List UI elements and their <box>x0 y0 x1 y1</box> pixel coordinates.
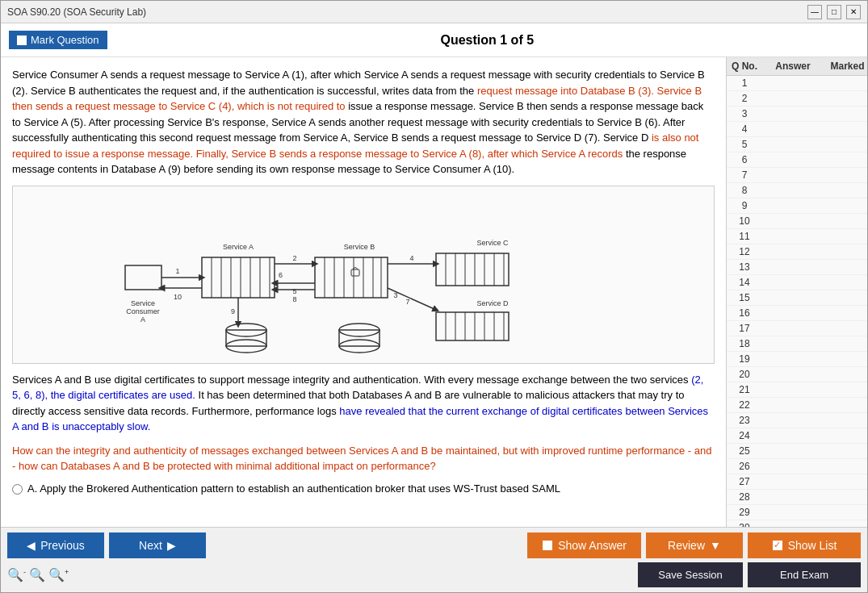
sidebar-row[interactable]: 17 <box>727 321 867 336</box>
svg-text:Service: Service <box>131 299 155 307</box>
svg-text:7: 7 <box>405 298 409 306</box>
sidebar-row[interactable]: 21 <box>727 382 867 398</box>
mark-question-label: Mark Question <box>31 34 99 46</box>
svg-rect-21 <box>315 257 388 298</box>
review-button[interactable]: Review ▼ <box>646 532 743 558</box>
svg-rect-64 <box>339 330 379 346</box>
sidebar-row[interactable]: 29 <box>727 505 867 520</box>
toolbar: Mark Question Question 1 of 5 <box>1 23 867 57</box>
content-area: Service Consumer A sends a request messa… <box>1 57 726 527</box>
sidebar-row[interactable]: 4 <box>727 122 867 137</box>
next-button[interactable]: Next ▶ <box>109 532 206 558</box>
sidebar-row[interactable]: 1 <box>727 76 867 91</box>
sidebar-row[interactable]: 5 <box>727 137 867 152</box>
main-area: Service Consumer A sends a request messa… <box>1 57 867 527</box>
bottom-row-actions: 🔍- 🔍 🔍+ Save Session End Exam <box>7 562 861 587</box>
svg-rect-0 <box>125 265 161 290</box>
svg-text:1: 1 <box>175 267 179 275</box>
review-label: Review <box>668 539 705 552</box>
sidebar-row[interactable]: 28 <box>727 490 867 505</box>
sidebar-row[interactable]: 6 <box>727 152 867 168</box>
zoom-in-button[interactable]: 🔍+ <box>48 567 69 583</box>
svg-rect-29 <box>351 269 359 276</box>
sidebar-row[interactable]: 19 <box>727 352 867 367</box>
save-session-label: Save Session <box>658 569 723 581</box>
show-list-button[interactable]: ✓ Show List <box>748 532 861 558</box>
window-controls: — □ ✕ <box>807 5 861 19</box>
svg-text:5: 5 <box>292 287 296 295</box>
sidebar-row[interactable]: 25 <box>727 444 867 459</box>
qno-header: Q No. <box>728 61 761 72</box>
sidebar-row[interactable]: 10 <box>727 214 867 229</box>
sidebar-row[interactable]: 20 <box>727 367 867 382</box>
highlight-orange-1: request message into Database B (3). Ser… <box>12 85 702 113</box>
diagram-container: Service Consumer A 1 Service A <box>12 186 715 364</box>
mark-question-button[interactable]: Mark Question <box>9 31 107 49</box>
sidebar-row[interactable]: 13 <box>727 260 867 275</box>
next-arrow-icon: ▶ <box>167 539 176 552</box>
svg-text:Service D: Service D <box>476 299 509 307</box>
sidebar-row[interactable]: 9 <box>727 198 867 214</box>
question-text: Service Consumer A sends a request messa… <box>12 67 715 177</box>
previous-label: Previous <box>40 539 84 552</box>
zoom-reset-button[interactable]: 🔍 <box>29 567 45 583</box>
question-list-sidebar: Q No. Answer Marked 12345678910111213141… <box>726 57 867 527</box>
svg-rect-7 <box>202 257 275 298</box>
end-exam-label: End Exam <box>780 569 828 581</box>
sidebar-header: Q No. Answer Marked <box>727 57 867 76</box>
svg-text:10: 10 <box>174 293 182 301</box>
svg-rect-58 <box>226 330 266 346</box>
maximize-button[interactable]: □ <box>827 5 841 19</box>
sidebar-row[interactable]: 3 <box>727 106 867 122</box>
sidebar-row[interactable]: 8 <box>727 183 867 198</box>
sidebar-row[interactable]: 11 <box>727 229 867 244</box>
answer-option-a[interactable]: A. Apply the Brokered Authentication pat… <box>12 482 715 495</box>
sidebar-row[interactable]: 15 <box>727 290 867 306</box>
sidebar-row[interactable]: 26 <box>727 459 867 474</box>
close-button[interactable]: ✕ <box>846 5 861 19</box>
show-list-check-icon: ✓ <box>772 540 783 551</box>
svg-text:9: 9 <box>231 307 235 315</box>
architecture-diagram: Service Consumer A 1 Service A <box>121 193 606 354</box>
zoom-controls: 🔍- 🔍 🔍+ <box>7 567 69 583</box>
show-answer-button[interactable]: Show Answer <box>527 532 641 558</box>
show-answer-icon <box>542 540 553 551</box>
show-answer-label: Show Answer <box>558 539 627 552</box>
prev-arrow-icon: ◀ <box>27 539 36 552</box>
svg-text:8: 8 <box>292 295 296 303</box>
sidebar-row[interactable]: 7 <box>727 168 867 183</box>
svg-text:Service A: Service A <box>223 243 254 251</box>
svg-text:Service C: Service C <box>476 239 509 247</box>
svg-text:Service B: Service B <box>344 243 375 251</box>
sidebar-row[interactable]: 30 <box>727 520 867 527</box>
svg-text:4: 4 <box>409 254 413 262</box>
sidebar-row[interactable]: 16 <box>727 306 867 321</box>
next-label: Next <box>139 539 162 552</box>
sidebar-row[interactable]: 22 <box>727 398 867 413</box>
svg-text:3: 3 <box>393 291 397 299</box>
window-title: SOA S90.20 (SOA Security Lab) <box>7 6 146 18</box>
sidebar-rows-container: 1234567891011121314151617181920212223242… <box>727 76 867 527</box>
svg-text:Consumer: Consumer <box>126 307 160 315</box>
sidebar-row[interactable]: 27 <box>727 474 867 490</box>
sidebar-row[interactable]: 12 <box>727 244 867 260</box>
sidebar-row[interactable]: 24 <box>727 428 867 444</box>
show-list-label: Show List <box>788 539 837 552</box>
highlight-blue-2: have revealed that the current exchange … <box>12 405 708 433</box>
sidebar-row[interactable]: 2 <box>727 91 867 106</box>
end-exam-button[interactable]: End Exam <box>748 562 861 587</box>
svg-text:A: A <box>140 315 145 324</box>
minimize-button[interactable]: — <box>807 5 822 19</box>
sidebar-row[interactable]: 23 <box>727 413 867 428</box>
review-dropdown-icon: ▼ <box>710 539 721 552</box>
sidebar-row[interactable]: 14 <box>727 275 867 290</box>
bottom-bar: ◀ Previous Next ▶ Show Answer Review ▼ ✓… <box>1 527 867 592</box>
answer-radio-a[interactable] <box>12 484 23 495</box>
sidebar-row[interactable]: 18 <box>727 336 867 352</box>
zoom-out-button[interactable]: 🔍- <box>7 567 26 583</box>
previous-button[interactable]: ◀ Previous <box>7 532 104 558</box>
marked-header: Marked <box>825 61 867 72</box>
answer-text-a: A. Apply the Brokered Authentication pat… <box>27 482 560 495</box>
save-session-button[interactable]: Save Session <box>638 562 743 587</box>
bottom-row-nav: ◀ Previous Next ▶ Show Answer Review ▼ ✓… <box>7 532 861 558</box>
